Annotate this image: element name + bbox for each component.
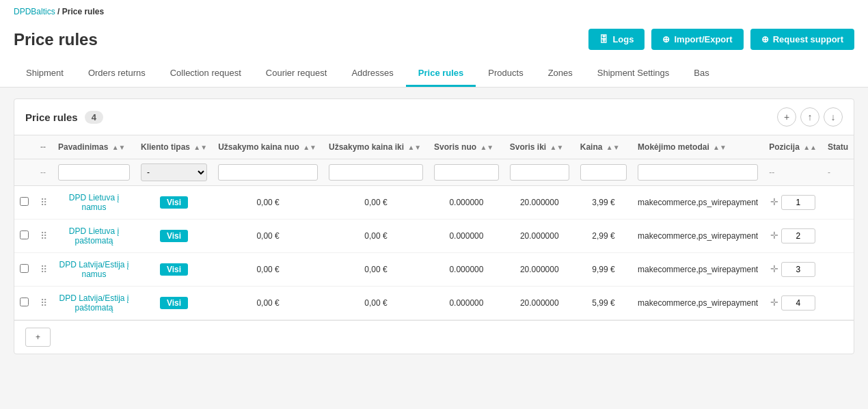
filter-svoris-nuo-input[interactable] (434, 164, 499, 181)
tab-price-rules[interactable]: Price rules (406, 61, 476, 87)
circle-plus-icon: ⊕ (662, 34, 670, 44)
tab-collection-request[interactable]: Collection request (158, 61, 254, 87)
row-pavadinimas[interactable]: DPD Latvija/Estija į namus (53, 253, 135, 287)
sort-pozicija[interactable]: ▲▲ (803, 144, 817, 151)
col-svoris-nuo: Svoris nuo ▲▼ (429, 135, 504, 159)
row-drag-handle[interactable]: ⠿ (35, 287, 53, 320)
filter-svoris-iki[interactable] (504, 159, 575, 186)
table-body: ⠿ DPD Lietuva į namus Visi 0,00 € 0,00 €… (14, 186, 854, 320)
header-row: Price rules 🗄 Logs ⊕ Import/Export ⊕ Req… (14, 22, 854, 61)
sort-svoris-nuo[interactable]: ▲▼ (480, 144, 493, 151)
row-pavadinimas[interactable]: DPD Lietuva į namus (53, 186, 135, 220)
filter-mokejimo-metodai-input[interactable] (638, 164, 758, 181)
tab-courier-request[interactable]: Courier request (254, 61, 340, 87)
pozicija-drag-icon[interactable]: ✛ (770, 297, 778, 308)
row-svoris-iki: 20.000000 (504, 220, 575, 253)
panel-header: Price rules 4 + ↑ ↓ (14, 99, 854, 135)
drag-icon[interactable]: ⠿ (40, 298, 47, 308)
col-pavadinimas: Pavadinimas ▲▼ (53, 135, 135, 159)
import-export-button[interactable]: ⊕ Import/Export (651, 29, 743, 50)
row-drag-handle[interactable]: ⠿ (35, 253, 53, 287)
filter-kliento-tipas[interactable]: - Visi B2B B2C (135, 159, 213, 186)
pozicija-drag-icon[interactable]: ✛ (770, 263, 778, 274)
pozicija-input[interactable] (781, 195, 815, 210)
row-kliento-tipas: Visi (135, 287, 213, 320)
filter-pavadinimas-input[interactable] (58, 164, 130, 181)
row-checkbox[interactable] (20, 298, 29, 306)
row-uzsakymo-kaina-nuo: 0,00 € (213, 220, 323, 253)
row-checkbox-cell[interactable] (14, 287, 35, 320)
page-title: Price rules (14, 30, 98, 49)
pozicija-input[interactable] (781, 262, 815, 277)
drag-icon[interactable]: ⠿ (40, 230, 47, 241)
filter-mokejimo-metodai[interactable] (632, 159, 763, 186)
row-uzsakymo-kaina-iki: 0,00 € (323, 287, 429, 320)
drag-icon[interactable]: ⠿ (40, 264, 47, 275)
row-svoris-iki: 20.000000 (504, 253, 575, 287)
export-button[interactable]: ↑ (800, 107, 819, 127)
row-pavadinimas[interactable]: DPD Lietuva į paštomatą (53, 220, 135, 253)
pozicija-drag-icon[interactable]: ✛ (770, 196, 778, 207)
row-checkbox[interactable] (20, 197, 29, 206)
col-kliento-tipas: Kliento tipas ▲▼ (135, 135, 213, 159)
pozicija-drag-icon[interactable]: ✛ (770, 230, 778, 241)
add-row-button[interactable]: + (25, 328, 51, 347)
row-checkbox-cell[interactable] (14, 186, 35, 220)
row-mokejimo-metodai: makecommerce,ps_wirepayment (632, 253, 763, 287)
row-svoris-nuo: 0.000000 (429, 287, 504, 320)
row-pozicija-cell: ✛ (763, 220, 822, 253)
col-uzsakymo-kaina-nuo: Užsakymo kaina nuo ▲▼ (213, 135, 323, 159)
breadcrumb-parent[interactable]: DPDBaltics (14, 7, 55, 16)
row-kliento-tipas: Visi (135, 186, 213, 220)
database-icon: 🗄 (599, 34, 608, 44)
tab-shipment-settings[interactable]: Shipment Settings (585, 61, 682, 87)
nav-tabs: Shipment Orders returns Collection reque… (14, 61, 854, 87)
row-checkbox-cell[interactable] (14, 253, 35, 287)
sort-uzsakymo-kaina-iki[interactable]: ▲▼ (407, 144, 421, 151)
logs-button[interactable]: 🗄 Logs (588, 29, 645, 50)
sort-mokejimo-metodai[interactable]: ▲▼ (713, 144, 727, 151)
row-checkbox[interactable] (20, 264, 29, 273)
tab-products[interactable]: Products (476, 61, 535, 87)
filter-uzsakymo-kaina-nuo-input[interactable] (218, 164, 318, 181)
tab-addresses[interactable]: Addresses (339, 61, 405, 87)
tab-bas[interactable]: Bas (681, 61, 721, 87)
row-svoris-iki: 20.000000 (504, 186, 575, 220)
filter-kaina[interactable] (575, 159, 632, 186)
row-checkbox[interactable] (20, 230, 29, 239)
row-drag-handle[interactable]: ⠿ (35, 186, 53, 220)
sort-pavadinimas[interactable]: ▲▼ (112, 144, 126, 151)
row-pavadinimas[interactable]: DPD Latvija/Estija į paštomatą (53, 287, 135, 320)
row-drag-handle[interactable]: ⠿ (35, 220, 53, 253)
filter-uzsakymo-kaina-iki-input[interactable] (329, 164, 423, 181)
row-checkbox-cell[interactable] (14, 220, 35, 253)
filter-uzsakymo-kaina-iki[interactable] (323, 159, 429, 186)
tab-orders-returns[interactable]: Orders returns (76, 61, 158, 87)
filter-svoris-nuo[interactable] (429, 159, 504, 186)
breadcrumb-separator: / (57, 7, 62, 16)
pozicija-input[interactable] (781, 228, 815, 243)
request-support-button[interactable]: ⊕ Request support (750, 29, 854, 50)
col-uzsakymo-kaina-iki: Užsakymo kaina iki ▲▼ (323, 135, 429, 159)
filter-kliento-tipas-select[interactable]: - Visi B2B B2C (141, 163, 207, 181)
add-record-button[interactable]: + (777, 107, 796, 127)
import-button[interactable]: ↓ (824, 107, 843, 127)
filter-svoris-iki-input[interactable] (510, 164, 569, 181)
row-kaina: 9,99 € (575, 253, 632, 287)
panel-actions: + ↑ ↓ (777, 107, 843, 127)
tab-shipment[interactable]: Shipment (14, 61, 76, 87)
breadcrumb: DPDBaltics / Price rules (14, 7, 854, 16)
sort-uzsakymo-kaina-nuo[interactable]: ▲▼ (303, 144, 316, 151)
filter-dash: -- (35, 159, 53, 186)
filter-pavadinimas[interactable] (53, 159, 135, 186)
tab-zones[interactable]: Zones (536, 61, 585, 87)
sort-svoris-iki[interactable]: ▲▼ (550, 144, 564, 151)
filter-kaina-input[interactable] (580, 164, 627, 181)
drag-icon[interactable]: ⠿ (40, 197, 47, 208)
sort-kliento-tipas[interactable]: ▲▼ (193, 144, 207, 151)
pozicija-input[interactable] (781, 295, 815, 311)
row-mokejimo-metodai: makecommerce,ps_wirepayment (632, 220, 763, 253)
filter-uzsakymo-kaina-nuo[interactable] (213, 159, 323, 186)
sort-kaina[interactable]: ▲▼ (606, 144, 620, 151)
col-kaina: Kaina ▲▼ (575, 135, 632, 159)
